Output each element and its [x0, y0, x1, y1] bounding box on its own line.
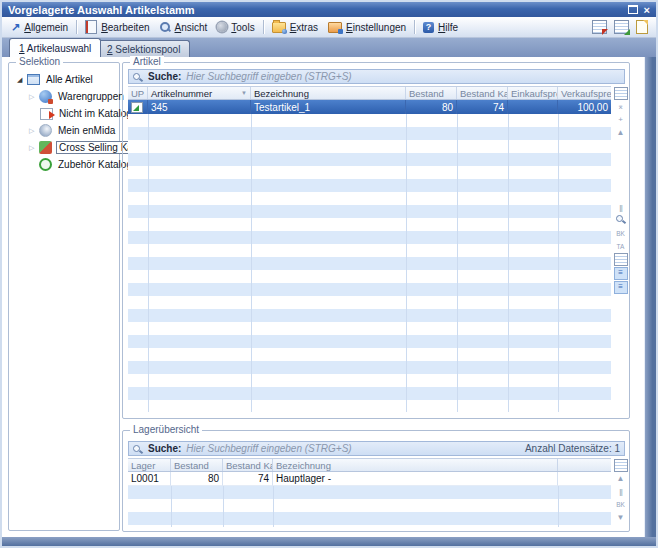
menu-bearbeiten[interactable]: Bearbeiten	[80, 18, 154, 36]
selektion-group: Selektion ◢ Alle Artikel ▷ Warengruppen …	[8, 62, 120, 531]
cross-selling-katalog-icon	[39, 141, 52, 154]
sort-filter-icon[interactable]: ▼	[241, 90, 247, 96]
expander-icon[interactable]: ▷	[29, 144, 39, 152]
lager-row[interactable]: L0001 80 74 Hauptlager -	[128, 472, 611, 486]
artikel-group: Artikel Suche: Hier Suchbegriff eingeben…	[122, 62, 630, 419]
scroll-down-button[interactable]: ▼	[613, 511, 628, 524]
column-header-bestand-kalk[interactable]: Bestand Kalk.	[223, 459, 273, 471]
column-divider	[406, 114, 407, 412]
menu-tools[interactable]: Tools	[212, 20, 259, 35]
tree-label: Alle Artikel	[44, 74, 95, 85]
scroll-up-button[interactable]: ▲	[613, 472, 628, 485]
column-chooser-icon[interactable]	[614, 459, 628, 472]
search-icon	[133, 444, 143, 454]
main-content: Selektion ◢ Alle Artikel ▷ Warengruppen …	[2, 57, 645, 537]
add-row-button[interactable]: +	[613, 113, 628, 126]
bestand-kalk-cell: 74	[457, 100, 508, 114]
column-header-bestand-kalk[interactable]: Bestand Kalk.	[457, 87, 508, 99]
column-header-bestand[interactable]: Bestand	[406, 87, 457, 99]
column-header-up[interactable]: UP	[128, 87, 148, 99]
column-header-artikelnummer[interactable]: Artikelnummer ▼	[148, 87, 251, 99]
artikel-grid-rail: ⌅ + ▲ ||| BK TA ≡ ≡	[613, 86, 628, 412]
tools-gear-icon	[217, 22, 227, 32]
menu-extras[interactable]: Extras	[267, 20, 323, 35]
bookmark-button[interactable]: BK	[613, 498, 628, 511]
detail-view-button[interactable]: ≡	[614, 281, 628, 294]
column-divider	[223, 486, 224, 527]
tab-selektionspool[interactable]: 2 Selektionspool	[97, 40, 190, 57]
menubar-right-tools	[592, 20, 648, 34]
search-icon	[133, 72, 143, 82]
bestand-cell: 80	[406, 100, 457, 114]
column-header-verkaufspreis[interactable]: Verkaufspreis	[558, 87, 611, 99]
columns-button[interactable]: |||	[613, 201, 628, 214]
artikel-row-selected[interactable]: 345 Testartikel_1 80 74 100,00	[128, 100, 611, 114]
column-header-einkaufspreis[interactable]: Einkaufspreis	[508, 87, 558, 99]
menu-separator	[414, 20, 415, 34]
grid-export-icon[interactable]	[592, 20, 607, 34]
row-search-button[interactable]	[613, 214, 628, 227]
bestand-cell: 80	[171, 472, 223, 486]
lager-grid-header: Lager Bestand Bestand Kalk. Bezeichnung	[128, 458, 611, 472]
empty-rows-area	[128, 486, 611, 527]
menu-ansicht[interactable]: Ansicht	[155, 20, 213, 35]
column-header-bezeichnung[interactable]: Bezeichnung	[273, 459, 558, 471]
view-magnifier-icon	[160, 22, 171, 33]
bookmark-button[interactable]: BK	[613, 227, 628, 240]
bezeichnung-cell: Hauptlager -	[273, 472, 558, 486]
lager-search-input[interactable]: Suche: Hier Suchbegriff eingeben (STRG+S…	[128, 441, 625, 456]
tag-button[interactable]: TA	[613, 240, 628, 253]
list-view-button[interactable]: ≡	[614, 267, 628, 280]
tree-item-cross-selling-katalog[interactable]: ▷ Cross Selling Katalog	[11, 139, 117, 156]
scroll-up-button[interactable]: ▲	[613, 126, 628, 139]
settings-folder-icon	[328, 22, 342, 33]
column-divider	[508, 114, 509, 412]
column-divider	[558, 486, 559, 527]
column-header-bestand[interactable]: Bestand	[171, 459, 223, 471]
titlebar-buttons: ×	[628, 5, 650, 15]
column-divider	[251, 114, 252, 412]
lager-cell: L0001	[128, 472, 171, 486]
scroll-top-button[interactable]: ⌅	[613, 100, 628, 113]
copy-grid-button[interactable]	[614, 253, 628, 266]
tree-item-zubehoer-katalog[interactable]: Zubehör Katalog	[11, 156, 117, 173]
grid-import-icon[interactable]	[614, 20, 629, 34]
empty-rows-area	[128, 114, 611, 412]
up-status-icon	[131, 102, 143, 113]
zubehoer-katalog-icon	[39, 158, 52, 171]
tab-artikelauswahl[interactable]: 1 Artikelauswahl	[9, 38, 101, 57]
lageruebersicht-group-label: Lagerübersicht	[130, 424, 202, 435]
menu-allgemein[interactable]: ↗ Allgemein	[6, 20, 73, 35]
up-cell	[128, 100, 148, 114]
menu-tools-label: Tools	[231, 22, 254, 33]
expander-icon[interactable]: ▷	[29, 127, 39, 135]
tree-item-mein-enmida[interactable]: ▷ Mein enMida	[11, 122, 117, 139]
verkaufspreis-cell: 100,00	[558, 100, 611, 114]
lager-grid-rail: ▲ ||| BK ▼	[613, 458, 628, 527]
menu-hilfe[interactable]: ? Hilfe	[418, 20, 463, 35]
einkaufspreis-cell	[508, 100, 558, 114]
titlebar: Vorgelagerte Auswahl Artikelstamm ×	[2, 2, 656, 17]
artikel-search-input[interactable]: Suche: Hier Suchbegriff eingeben (STRG+S…	[128, 69, 625, 84]
column-header-lager[interactable]: Lager	[128, 459, 171, 471]
menu-einstellungen[interactable]: Einstellungen	[323, 20, 411, 35]
tree-item-warengruppen[interactable]: ▷ Warengruppen	[11, 88, 117, 105]
rail-spacer	[613, 139, 628, 201]
column-divider	[273, 486, 274, 527]
menu-ansicht-label: Ansicht	[175, 22, 208, 33]
bestand-kalk-cell: 74	[223, 472, 273, 486]
columns-button[interactable]: |||	[613, 485, 628, 498]
new-page-icon[interactable]	[636, 20, 648, 34]
filler-cell	[558, 472, 611, 486]
tree-item-alle-artikel[interactable]: ◢ Alle Artikel	[11, 71, 117, 88]
expander-icon[interactable]: ◢	[17, 76, 27, 84]
restore-icon[interactable]	[628, 5, 638, 14]
expander-icon[interactable]: ▷	[29, 93, 39, 101]
tree-item-nicht-im-katalog[interactable]: Nicht im Katalog	[11, 105, 117, 122]
search-placeholder: Hier Suchbegriff eingeben (STRG+S)	[186, 443, 351, 454]
column-chooser-icon[interactable]	[614, 87, 628, 100]
tab-artikelauswahl-label: 1 Artikelauswahl	[19, 43, 91, 54]
column-header-bezeichnung[interactable]: Bezeichnung	[251, 87, 406, 99]
menu-extras-label: Extras	[290, 22, 318, 33]
close-icon[interactable]: ×	[644, 5, 650, 15]
